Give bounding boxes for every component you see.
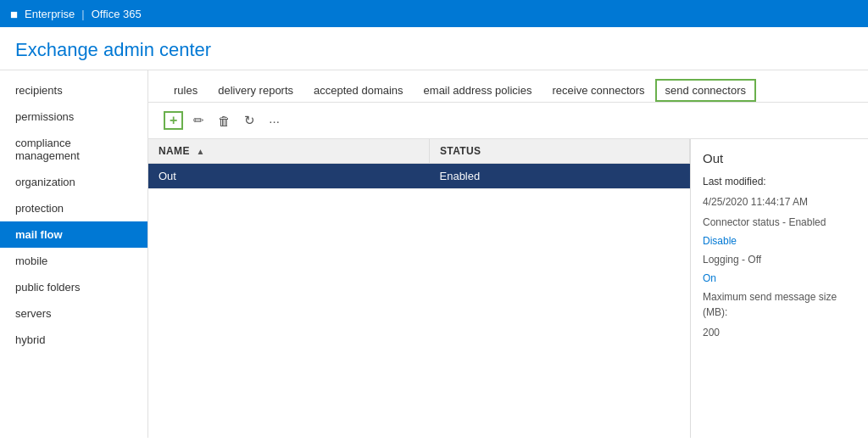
detail-last-modified-label: Last modified: [703, 174, 856, 189]
more-button[interactable]: ··· [265, 112, 283, 130]
refresh-button[interactable]: ↻ [241, 111, 259, 130]
table-header-row: NAME ▲ STATUS [148, 139, 690, 164]
sidebar-item-compliance-management[interactable]: compliance management [0, 130, 147, 169]
sub-tabs: rules delivery reports accepted domains … [148, 70, 868, 103]
detail-title: Out [703, 151, 856, 165]
delete-button[interactable]: 🗑 [214, 112, 234, 130]
main-layout: recipients permissions compliance manage… [0, 70, 868, 438]
top-bar: ■ Enterprise | Office 365 [0, 0, 868, 27]
detail-logging: Logging - Off [703, 252, 856, 267]
enterprise-icon: ■ [10, 7, 18, 21]
detail-last-modified-value: 4/25/2020 11:44:17 AM [703, 194, 856, 210]
sidebar-item-organization[interactable]: organization [0, 169, 147, 195]
col-header-status: STATUS [430, 139, 690, 164]
toolbar: + ✏ 🗑 ↻ ··· [148, 103, 868, 139]
col-header-name: NAME ▲ [148, 139, 430, 164]
sidebar-item-mobile[interactable]: mobile [0, 248, 147, 274]
tab-receive-connectors[interactable]: receive connectors [542, 79, 654, 102]
tab-email-address-policies[interactable]: email address policies [414, 79, 542, 102]
table-area: NAME ▲ STATUS Out Enabled [148, 139, 690, 438]
edit-button[interactable]: ✏ [190, 111, 208, 130]
disable-link[interactable]: Disable [703, 235, 856, 247]
left-nav: recipients permissions compliance manage… [0, 70, 148, 438]
add-button[interactable]: + [164, 111, 183, 130]
sidebar-item-mail-flow[interactable]: mail flow [0, 221, 147, 248]
tab-send-connectors[interactable]: send connectors [655, 79, 756, 102]
tab-rules[interactable]: rules [164, 79, 208, 102]
on-link[interactable]: On [703, 272, 856, 284]
detail-max-size-value: 200 [703, 325, 856, 340]
sidebar-item-recipients[interactable]: recipients [0, 77, 147, 104]
sidebar-item-hybrid[interactable]: hybrid [0, 327, 147, 353]
cell-name: Out [148, 164, 430, 189]
sidebar-item-protection[interactable]: protection [0, 195, 147, 221]
sidebar-item-servers[interactable]: servers [0, 300, 147, 327]
tab-accepted-domains[interactable]: accepted domains [303, 79, 414, 102]
product-enterprise: Enterprise [25, 8, 75, 20]
sort-arrow-icon: ▲ [196, 147, 204, 156]
product-separator: | [81, 8, 84, 20]
connectors-table: NAME ▲ STATUS Out Enabled [148, 139, 690, 189]
cell-status: Enabled [430, 164, 690, 189]
product-office365: Office 365 [92, 8, 142, 20]
sidebar-item-public-folders[interactable]: public folders [0, 274, 147, 300]
table-row[interactable]: Out Enabled [148, 164, 690, 189]
table-detail-area: NAME ▲ STATUS Out Enabled [148, 139, 868, 438]
detail-panel: Out Last modified: 4/25/2020 11:44:17 AM… [690, 139, 868, 438]
tab-delivery-reports[interactable]: delivery reports [208, 79, 303, 102]
content-area: rules delivery reports accepted domains … [148, 70, 868, 438]
page-title: Exchange admin center [0, 27, 868, 70]
sidebar-item-permissions[interactable]: permissions [0, 104, 147, 130]
detail-connector-status: Connector status - Enabled [703, 215, 856, 230]
detail-max-size-label: Maximum send message size (MB): [703, 289, 856, 320]
